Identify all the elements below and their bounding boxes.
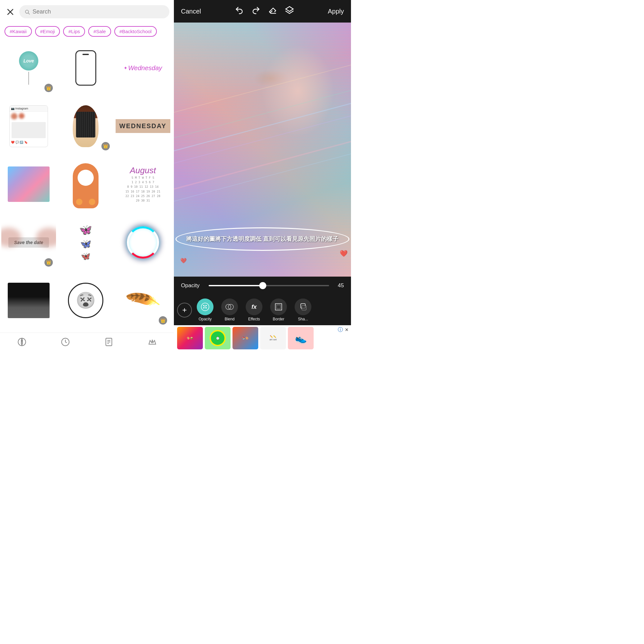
tool-blend[interactable]: Blend bbox=[218, 298, 241, 321]
eraser-button[interactable] bbox=[268, 6, 277, 17]
bottom-nav bbox=[0, 333, 174, 351]
opacity-icon-circle bbox=[197, 298, 213, 315]
slider-thumb[interactable] bbox=[259, 282, 266, 289]
slider-fill bbox=[209, 285, 263, 286]
cancel-button[interactable]: Cancel bbox=[181, 8, 201, 15]
ad-item-4[interactable]: ✏️📏art set bbox=[260, 327, 286, 349]
effects-icon-circle: fx bbox=[246, 298, 262, 315]
svg-line-3 bbox=[28, 13, 30, 14]
slider-label: Opacity bbox=[181, 282, 204, 289]
nav-pages[interactable] bbox=[104, 337, 113, 346]
compass-icon bbox=[17, 337, 26, 346]
crown-icon bbox=[148, 337, 157, 346]
sticker-anime-girl[interactable]: 👑 bbox=[58, 99, 113, 154]
search-input[interactable] bbox=[33, 8, 164, 15]
sticker-butterflies[interactable]: 🦋 🦋 🦋 bbox=[58, 215, 113, 270]
photo-area: 將這好的圖將下方透明度調低 直到可以看見原先照片的樣子 ❤️ ❤️ bbox=[174, 23, 351, 277]
clock-icon bbox=[61, 337, 70, 346]
crown-badge-3: 👑 bbox=[44, 258, 53, 267]
tag-backtoschool[interactable]: #BacktoSchool bbox=[114, 26, 157, 37]
crown-badge-2: 👑 bbox=[101, 142, 110, 150]
ad-banner: 🎨📦 ⌚ 📚🎨 ✏️📏art set 👟 ⓘ × bbox=[174, 325, 351, 351]
tools-bar: + Opacity Blend bbox=[174, 295, 351, 325]
svg-rect-21 bbox=[275, 304, 282, 310]
opacity-label: Opacity bbox=[199, 317, 212, 321]
top-bar bbox=[0, 0, 174, 24]
nav-recent[interactable] bbox=[61, 337, 70, 346]
tags-row: #Kawaii #Emoji #Lips #Sale #BacktoSchool bbox=[0, 24, 174, 39]
ad-close-button[interactable]: × bbox=[345, 327, 348, 333]
tag-sale[interactable]: #Sale bbox=[88, 26, 111, 37]
sticker-love-balloon[interactable]: Love 👑 bbox=[1, 41, 56, 95]
blend-icon bbox=[225, 302, 234, 312]
add-layer-button[interactable]: + bbox=[177, 303, 192, 317]
svg-marker-6 bbox=[21, 342, 23, 346]
right-top-bar: Cancel bbox=[174, 0, 351, 23]
crown-badge-4: 👑 bbox=[159, 316, 167, 325]
right-panel: Cancel bbox=[174, 0, 351, 351]
slider-value: 45 bbox=[334, 282, 344, 289]
close-button[interactable] bbox=[5, 6, 16, 18]
shadow-label: Sha... bbox=[298, 317, 308, 321]
tool-border[interactable]: Border bbox=[267, 298, 290, 321]
svg-marker-12 bbox=[286, 6, 293, 11]
border-label: Border bbox=[273, 317, 284, 321]
effects-icon: fx bbox=[251, 304, 257, 310]
sticker-holofoil[interactable] bbox=[1, 157, 56, 212]
svg-marker-5 bbox=[21, 338, 23, 342]
nav-compass[interactable] bbox=[17, 337, 26, 346]
opacity-slider[interactable] bbox=[209, 285, 329, 286]
svg-point-15 bbox=[205, 305, 207, 306]
svg-point-14 bbox=[203, 305, 204, 306]
border-icon bbox=[274, 302, 283, 312]
svg-point-18 bbox=[204, 306, 206, 308]
ad-item-5[interactable]: 👟 bbox=[288, 327, 314, 349]
tool-opacity[interactable]: Opacity bbox=[194, 298, 216, 321]
page-icon bbox=[104, 337, 113, 346]
layers-button[interactable] bbox=[285, 6, 294, 17]
sticker-wednesday-cursive[interactable]: ✦ Wednesday bbox=[116, 41, 170, 95]
left-panel: #Kawaii #Emoji #Lips #Sale #BacktoSchool… bbox=[0, 0, 174, 351]
sticker-smiley-sketch[interactable]: 😵 bbox=[58, 273, 113, 328]
ad-info-icon: ⓘ bbox=[338, 327, 343, 333]
ad-item-3[interactable]: 📚🎨 bbox=[232, 327, 258, 349]
tool-effects[interactable]: fx Effects bbox=[243, 298, 265, 321]
svg-rect-22 bbox=[277, 305, 280, 309]
tag-kawaii[interactable]: #Kawaii bbox=[5, 26, 32, 37]
photo-background: 將這好的圖將下方透明度調低 直到可以看見原先照片的樣子 ❤️ ❤️ bbox=[174, 23, 351, 277]
sticker-smoke[interactable] bbox=[1, 273, 56, 328]
redo-button[interactable] bbox=[251, 6, 260, 17]
sticker-phone-outline[interactable] bbox=[58, 41, 113, 95]
blend-icon-circle bbox=[221, 298, 238, 315]
svg-point-16 bbox=[203, 307, 204, 308]
search-bar[interactable] bbox=[19, 5, 169, 18]
svg-rect-24 bbox=[302, 306, 306, 310]
tool-shadow[interactable]: Sha... bbox=[292, 298, 314, 321]
border-icon-circle bbox=[270, 298, 287, 315]
shadow-icon-circle bbox=[295, 298, 311, 315]
nav-premium[interactable] bbox=[148, 337, 157, 346]
search-icon bbox=[24, 9, 30, 15]
chinese-text-overlay: 將這好的圖將下方透明度調低 直到可以看見原先照片的樣子 bbox=[175, 227, 349, 251]
toolbar-icons bbox=[235, 6, 294, 17]
crown-badge: 👑 bbox=[44, 84, 53, 92]
blend-label: Blend bbox=[225, 317, 235, 321]
ad-item-1[interactable]: 🎨📦 bbox=[177, 327, 203, 349]
svg-point-17 bbox=[205, 307, 207, 308]
ad-item-2[interactable]: ⌚ bbox=[205, 327, 231, 349]
sticker-save-date[interactable]: Save the date 👑 bbox=[1, 215, 56, 270]
apply-button[interactable]: Apply bbox=[328, 8, 344, 15]
undo-button[interactable] bbox=[235, 6, 244, 17]
sticker-anime-hoodie[interactable] bbox=[58, 157, 113, 212]
sticker-feather[interactable]: 🪶 👑 bbox=[116, 273, 170, 328]
sticker-circle-glow[interactable] bbox=[116, 215, 170, 270]
tag-lips[interactable]: #Lips bbox=[63, 26, 85, 37]
sticker-insta-mock[interactable]: 📷 Instagram ❤️ 💬 ↗️ 🔖 bbox=[1, 99, 56, 154]
stickers-grid: Love 👑 ✦ Wednesday 📷 Instagram bbox=[0, 39, 174, 333]
sticker-august-calendar[interactable]: August S M T W T F S 1 2 3 4 5 6 7 8 9 1… bbox=[116, 157, 170, 212]
tag-emoji[interactable]: #Emoji bbox=[35, 26, 60, 37]
sticker-wednesday-banner[interactable]: WEDNESDAY bbox=[116, 99, 170, 154]
shadow-icon bbox=[298, 302, 308, 312]
effects-label: Effects bbox=[248, 317, 260, 321]
opacity-icon bbox=[200, 302, 210, 312]
